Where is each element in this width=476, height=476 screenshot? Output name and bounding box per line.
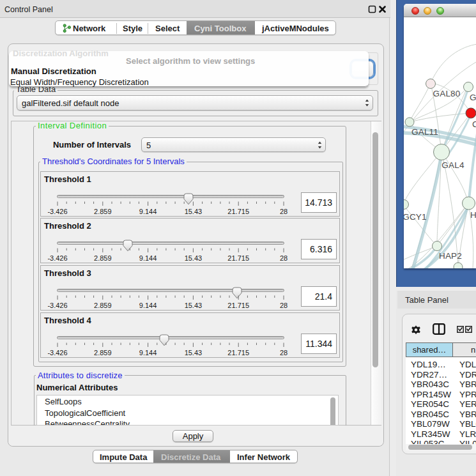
svg-text:GA: GA <box>470 93 476 102</box>
svg-text:GAL80: GAL80 <box>433 89 460 98</box>
svg-text:GCY1: GCY1 <box>404 212 427 222</box>
svg-text:GAL11: GAL11 <box>411 127 438 137</box>
svg-text:H: H <box>470 210 476 220</box>
svg-text:HAP2: HAP2 <box>439 251 462 261</box>
svg-text:GAL4: GAL4 <box>441 160 464 170</box>
svg-text:C: C <box>472 119 476 129</box>
